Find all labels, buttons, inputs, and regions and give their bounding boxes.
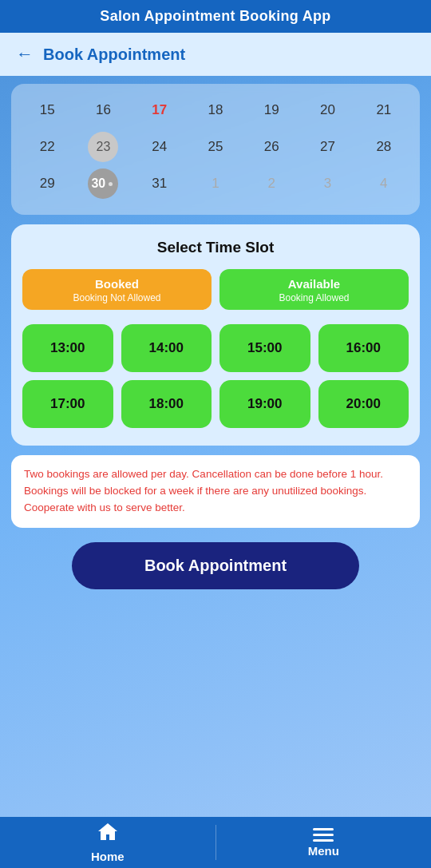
timeslot-grid: 13:00 14:00 15:00 16:00 17:00 18:00 19:0… [22,324,409,428]
legend-booked-sub: Booking Not Allowed [73,292,160,303]
calendar-row-2: 22 23 24 25 26 27 28 [19,129,412,165]
timeslot-1400[interactable]: 14:00 [121,324,212,372]
cal-day-29[interactable]: 29 [19,165,75,202]
selected-dot-30 [109,182,113,186]
timeslot-1600[interactable]: 16:00 [318,324,409,372]
cal-day-22[interactable]: 22 [19,129,75,165]
legend-available: Available Booking Allowed [219,269,409,310]
cal-day-2[interactable]: 2 [243,165,299,202]
cal-day-21[interactable]: 21 [356,92,412,129]
legend-booked: Booked Booking Not Allowed [22,269,212,310]
timeslot-1500[interactable]: 15:00 [219,324,310,372]
calendar-row-3: 29 30 31 1 2 3 4 [19,165,412,202]
menu-label: Menu [308,844,339,858]
timeslot-1300[interactable]: 13:00 [22,324,113,372]
timeslot-title: Select Time Slot [22,239,409,256]
cal-day-23[interactable]: 23 [75,129,131,165]
app-title: Salon Appointment Booking App [100,8,330,24]
cal-day-24[interactable]: 24 [132,129,188,165]
cal-day-31[interactable]: 31 [132,165,188,202]
cal-day-25[interactable]: 25 [188,129,243,165]
cal-day-19[interactable]: 19 [243,92,299,129]
book-button-wrapper: Book Appointment [11,542,420,589]
cal-day-20[interactable]: 20 [299,92,355,129]
bottom-nav: Home Menu [0,817,431,868]
menu-icon [313,828,334,842]
nav-home[interactable]: Home [0,817,216,868]
cal-day-4[interactable]: 4 [356,165,412,202]
home-label: Home [91,850,125,863]
legend-booked-label: Booked [95,277,139,291]
timeslot-1700[interactable]: 17:00 [22,380,113,428]
cal-day-16[interactable]: 16 [75,92,131,129]
book-appointment-button[interactable]: Book Appointment [72,542,359,589]
cal-day-30[interactable]: 30 [75,165,131,202]
home-icon [97,822,119,847]
cal-day-26[interactable]: 26 [243,129,299,165]
cal-day-1[interactable]: 1 [188,165,243,202]
cal-day-17[interactable]: 17 [132,92,188,129]
back-button[interactable]: ← [16,44,34,65]
legend-available-label: Available [288,277,340,291]
timeslot-1800[interactable]: 18:00 [121,380,212,428]
legend-row: Booked Booking Not Allowed Available Boo… [22,269,409,310]
cal-day-3[interactable]: 3 [299,165,355,202]
timeslot-section: Select Time Slot Booked Booking Not Allo… [11,224,420,446]
sub-header: ← Book Appointment [0,33,431,76]
timeslot-1900[interactable]: 19:00 [219,380,310,428]
cal-day-28[interactable]: 28 [356,129,412,165]
timeslot-2000[interactable]: 20:00 [318,380,409,428]
legend-available-sub: Booking Allowed [279,292,349,303]
cal-day-15[interactable]: 15 [19,92,75,129]
notice-section: Two bookings are allowed per day. Cancel… [11,455,420,528]
cal-day-27[interactable]: 27 [299,129,355,165]
subheader-title: Book Appointment [43,46,185,64]
calendar-row-1: 15 16 17 18 19 20 21 [19,92,412,129]
notice-text: Two bookings are allowed per day. Cancel… [24,466,407,517]
cal-day-18[interactable]: 18 [188,92,243,129]
calendar-section: 15 16 17 18 19 20 21 22 23 [11,84,420,215]
app-title-bar: Salon Appointment Booking App [0,0,431,33]
nav-menu[interactable]: Menu [216,817,432,868]
